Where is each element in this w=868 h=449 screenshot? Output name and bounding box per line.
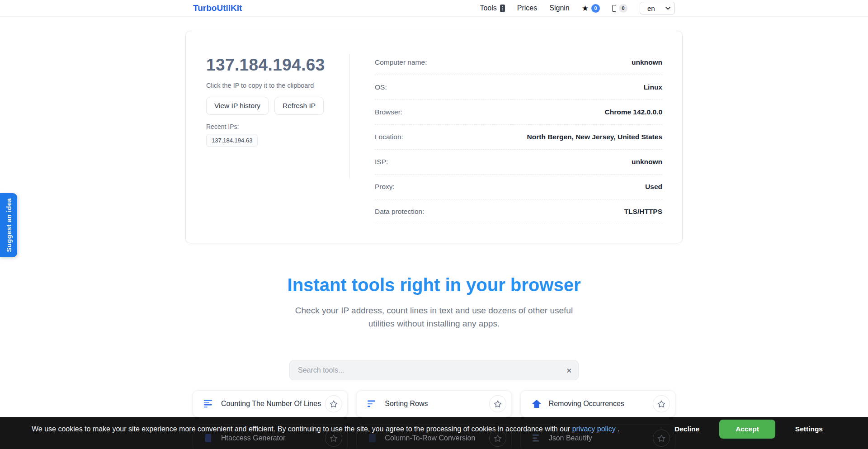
- star-outline-icon: [657, 400, 665, 408]
- favorite-star-button[interactable]: [489, 430, 506, 447]
- recent-ips-label: Recent IPs:: [206, 123, 349, 130]
- tools-grid-row2: Htaccess Generator Column-To-Row Convers…: [193, 425, 675, 449]
- info-row-browser: Browser: Chrome 142.0.0.0: [375, 100, 662, 125]
- info-value: North Bergen, New Jersey, United States: [527, 133, 662, 141]
- search-bar: ✕: [289, 360, 579, 380]
- tools-grid-row1: Counting The Number Of Lines Sorting Row…: [193, 390, 675, 417]
- text-lines-icon: [204, 400, 214, 408]
- tool-title: Htaccess Generator: [221, 434, 285, 442]
- info-value: unknown: [632, 58, 662, 66]
- tool-card-htaccess-generator[interactable]: Htaccess Generator: [193, 425, 348, 449]
- info-value: Chrome 142.0.0.0: [604, 108, 662, 116]
- favorite-star-button[interactable]: [653, 430, 670, 447]
- search-input[interactable]: [289, 360, 579, 380]
- eraser-arrow-icon: [532, 400, 542, 408]
- info-label: Computer name:: [375, 58, 427, 66]
- tool-title: Sorting Rows: [385, 400, 428, 408]
- history-counter[interactable]: 0: [612, 4, 627, 13]
- top-navbar: TurboUtilKit Tools Prices Signin ★ 0 0 e…: [0, 0, 868, 17]
- info-label: Location:: [375, 133, 403, 141]
- info-row-computer-name: Computer name: unknown: [375, 50, 662, 75]
- star-outline-icon: [657, 435, 665, 442]
- info-row-location: Location: North Bergen, New Jersey, Unit…: [375, 125, 662, 150]
- nav-prices-label: Prices: [517, 4, 537, 12]
- info-label: Proxy:: [375, 183, 395, 191]
- info-label: Data protection:: [375, 208, 424, 216]
- recent-ip-chip[interactable]: 137.184.194.63: [206, 134, 258, 147]
- info-value: Linux: [644, 83, 662, 91]
- brand-logo[interactable]: TurboUtilKit: [193, 3, 242, 13]
- star-outline-icon: [330, 435, 338, 442]
- tool-title: Removing Occurrences: [549, 400, 624, 408]
- table-icon: [368, 434, 377, 442]
- tool-card-column-to-row[interactable]: Column-To-Row Conversion: [356, 425, 511, 449]
- tool-card-sorting-rows[interactable]: Sorting Rows: [356, 390, 511, 417]
- ip-copy-hint: Click the IP to copy it to the clipboard: [206, 82, 349, 89]
- clear-search-icon[interactable]: ✕: [566, 367, 572, 373]
- star-outline-icon: [494, 435, 502, 442]
- info-label: Browser:: [375, 108, 402, 116]
- favorite-star-button[interactable]: [325, 430, 342, 447]
- nav-signin-link[interactable]: Signin: [549, 4, 569, 12]
- language-select[interactable]: en: [640, 2, 675, 14]
- nav-tools-label: Tools: [480, 4, 496, 12]
- settings-button[interactable]: Settings: [795, 425, 823, 433]
- refresh-ip-button[interactable]: Refresh IP: [274, 97, 324, 115]
- list-icon: [612, 5, 616, 12]
- favorite-star-button[interactable]: [325, 395, 342, 412]
- sort-lines-icon: [368, 400, 377, 408]
- accept-button[interactable]: Accept: [719, 420, 775, 439]
- braces-lines-icon: [532, 434, 542, 442]
- hero-subtitle: Check your IP address, count lines in te…: [287, 304, 581, 330]
- info-row-proxy: Proxy: Used: [375, 175, 662, 199]
- tool-title: Json Beautify: [549, 434, 592, 442]
- ip-address[interactable]: 137.184.194.63: [206, 56, 349, 75]
- info-value: Used: [645, 183, 662, 191]
- suggest-idea-tab[interactable]: Suggest an idea: [0, 193, 17, 257]
- info-row-data-protection: Data protection: TLS/HTTPS: [375, 199, 662, 224]
- star-outline-icon: [330, 400, 338, 408]
- tool-title: Counting The Number Of Lines: [221, 400, 321, 408]
- info-label: OS:: [375, 83, 387, 91]
- chevron-down-icon: [665, 7, 670, 10]
- ip-info-panel: 137.184.194.63 Click the IP to copy it t…: [185, 31, 683, 243]
- favorite-star-button[interactable]: [653, 395, 670, 412]
- info-value: unknown: [632, 158, 662, 166]
- suggest-idea-label: Suggest an idea: [5, 198, 13, 252]
- nav-signin-label: Signin: [549, 4, 569, 12]
- nav-prices-link[interactable]: Prices: [517, 4, 537, 12]
- info-label: ISP:: [375, 158, 388, 166]
- keys-badge-icon: [500, 5, 505, 12]
- hero-section: Instant tools right in your browser Chec…: [0, 274, 868, 330]
- favorites-counter[interactable]: ★ 0: [582, 4, 600, 13]
- nav-tools-menu[interactable]: Tools: [480, 4, 505, 12]
- tool-title: Column-To-Row Conversion: [385, 434, 475, 442]
- page-title: Instant tools right in your browser: [0, 274, 868, 296]
- star-outline-icon: [494, 400, 502, 408]
- info-row-os: OS: Linux: [375, 75, 662, 100]
- info-value: TLS/HTTPS: [624, 208, 662, 216]
- star-icon: ★: [582, 5, 589, 12]
- favorites-count-badge: 0: [591, 4, 600, 13]
- view-ip-history-button[interactable]: View IP history: [206, 97, 269, 115]
- tool-card-counting-lines[interactable]: Counting The Number Of Lines: [193, 390, 348, 417]
- info-row-isp: ISP: unknown: [375, 150, 662, 175]
- ip-details-table: Computer name: unknown OS: Linux Browser…: [350, 50, 662, 243]
- decline-button[interactable]: Decline: [675, 425, 699, 433]
- tool-card-json-beautify[interactable]: Json Beautify: [520, 425, 675, 449]
- history-count-badge: 0: [619, 4, 627, 13]
- ip-summary-column: 137.184.194.63 Click the IP to copy it t…: [206, 54, 350, 179]
- tool-card-removing-occurrences[interactable]: Removing Occurrences: [520, 390, 675, 417]
- file-icon: [204, 434, 214, 442]
- language-value: en: [647, 5, 655, 12]
- favorite-star-button[interactable]: [489, 395, 506, 412]
